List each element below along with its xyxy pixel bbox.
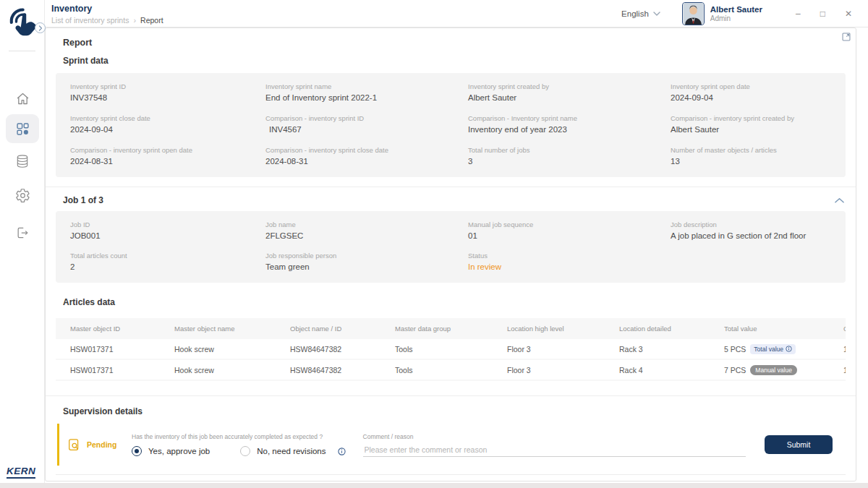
approve-all-jobs-button[interactable]: Approve all jobs & complete inventory sp… xyxy=(633,481,773,481)
complete-sprint-button[interactable]: Complete inventory sprint xyxy=(782,481,846,481)
field-value: End of Inventory sprint 2022-1 xyxy=(265,93,468,102)
field-label: Comparison - inventory sprint open date xyxy=(70,146,265,154)
field-job-name: Job name2FLGSEC xyxy=(265,221,468,240)
field-label: Job description xyxy=(671,221,831,228)
field-value: 3 xyxy=(468,157,671,166)
field-value: Inventory end of year 2023 xyxy=(468,125,671,134)
field-label: Number of master objects / articles xyxy=(671,146,831,154)
approval-radios: Yes, approve job No, need revisions xyxy=(132,446,346,456)
col-master-data-group: Master data group xyxy=(395,325,507,333)
sidebar-expand-toggle[interactable] xyxy=(35,22,46,33)
articles-table-header: Master object ID Master object name Obje… xyxy=(56,318,846,339)
field-value: 13 xyxy=(671,157,831,166)
col-object-name-id: Object name / ID xyxy=(290,325,395,333)
field-comparison-sprint-name: Comparison - Inventory sprint nameInvent… xyxy=(468,114,671,134)
avatar[interactable] xyxy=(682,2,705,25)
field-label: Manual job sequence xyxy=(468,221,671,228)
field-comparison-open-date: Comparison - inventory sprint open date2… xyxy=(70,146,265,166)
comment-input[interactable] xyxy=(363,443,746,457)
app-logo-touch-icon xyxy=(6,4,38,40)
field-master-objects-count: Number of master objects / articles13 xyxy=(671,146,831,166)
job-section-header[interactable]: Job 1 of 3 xyxy=(46,187,856,205)
cell-master-data-group: Tools xyxy=(395,345,507,354)
col-truncated: Con xyxy=(843,325,846,333)
supervision-heading: Supervision details xyxy=(63,406,838,416)
field-job-description: Job descriptionA job placed in G section… xyxy=(671,221,831,240)
field-job-id: Job IDJOB001 xyxy=(70,221,265,240)
radio-no-revisions[interactable]: No, need revisions xyxy=(240,446,345,456)
fullscreen-expand-icon[interactable] xyxy=(841,32,851,42)
col-total-value: Total value xyxy=(724,325,843,333)
total-value-qty: 7 PCS xyxy=(724,366,746,374)
field-sprint-close-date: Inventory sprint close date2024-09-04 xyxy=(70,114,265,134)
submit-button[interactable]: Submit xyxy=(765,435,833,454)
chevron-down-icon xyxy=(653,12,660,16)
cell-total-value: 5 PCS Total value xyxy=(724,344,843,354)
field-label: Comparison - Inventory sprint name xyxy=(468,114,671,122)
window-controls: – □ ✕ xyxy=(796,9,852,18)
cell-master-object-name: Hook screw xyxy=(174,366,290,374)
field-label: Job ID xyxy=(70,221,265,228)
topbar: Inventory List of inventory sprints › Re… xyxy=(45,0,868,27)
topbar-right: English Albert Sauter Admin – □ ✕ xyxy=(621,2,868,25)
col-location-detailed: Location detailed xyxy=(619,325,724,333)
radio-yes-approve[interactable]: Yes, approve job xyxy=(132,446,210,456)
badge-label: Total value xyxy=(754,346,783,353)
breadcrumb-parent[interactable]: List of inventory sprints xyxy=(51,16,129,25)
field-value: 2024-09-04 xyxy=(671,93,831,102)
bottom-strip xyxy=(0,483,868,488)
maximize-icon[interactable]: □ xyxy=(820,9,825,18)
radio-unselected-icon[interactable] xyxy=(240,446,250,456)
radio-no-label: No, need revisions xyxy=(257,447,326,455)
total-value-badge[interactable]: Total value xyxy=(750,344,796,354)
field-job-status: StatusIn review xyxy=(468,252,671,271)
table-row[interactable]: HSW017371 Hook screw HSW84647382 Tools F… xyxy=(56,339,846,360)
field-label: Inventory sprint close date xyxy=(70,114,265,122)
cell-object-name-id: HSW84647382 xyxy=(290,345,395,354)
sidebar-item-master-data[interactable] xyxy=(6,147,39,176)
field-value: Albert Sauter xyxy=(671,125,831,134)
field-inventory-sprint-id: Inventory sprint IDINV37548 xyxy=(70,82,265,102)
field-value: 2 xyxy=(70,262,265,271)
comment-label: Comment / reason xyxy=(363,433,746,440)
pending-label: Pending xyxy=(87,440,116,449)
sidebar-item-logout[interactable] xyxy=(6,218,39,247)
articles-data-heading: Articles data xyxy=(63,297,838,307)
page-title: Inventory xyxy=(51,4,163,14)
report-heading: Report xyxy=(63,38,838,48)
sidebar-item-settings[interactable] xyxy=(6,181,39,210)
cell-total-value: 7 PCS Manual value xyxy=(724,365,843,375)
field-label: Comparison - inventory sprint created by xyxy=(671,114,831,122)
report-panel: Report Sprint data Inventory sprint IDIN… xyxy=(45,27,856,481)
info-icon[interactable] xyxy=(338,448,346,455)
total-value-qty: 5 PCS xyxy=(724,345,746,354)
table-row[interactable]: HSW017371 Hook screw HSW84647382 Tools F… xyxy=(56,360,846,381)
job-heading: Job 1 of 3 xyxy=(63,195,103,205)
approval-block: Has the inventory of this job been accur… xyxy=(132,433,346,456)
sidebar-item-modules[interactable] xyxy=(6,114,39,143)
title-block: Inventory List of inventory sprints › Re… xyxy=(45,2,163,25)
sidebar-item-home[interactable] xyxy=(6,84,39,113)
field-comparison-sprint-id: Comparison - inventory sprint IDINV4567 xyxy=(265,114,468,134)
language-selector[interactable]: English xyxy=(621,9,660,18)
sidebar: KERN xyxy=(0,0,45,483)
chevron-up-icon[interactable] xyxy=(835,197,844,203)
close-icon[interactable]: ✕ xyxy=(845,9,852,18)
field-value: 2FLGSEC xyxy=(265,231,468,240)
field-label: Comparison - inventory sprint ID xyxy=(265,114,468,122)
field-label: Inventory sprint name xyxy=(265,82,468,90)
info-icon[interactable] xyxy=(786,346,792,352)
field-inventory-sprint-name: Inventory sprint nameEnd of Inventory sp… xyxy=(265,82,468,102)
field-manual-job-sequence: Manual job sequence01 xyxy=(468,221,671,240)
cell-object-name-id: HSW84647382 xyxy=(290,366,395,374)
database-icon xyxy=(15,154,30,168)
field-value: A job placed in G section of 2nd floor xyxy=(671,231,831,240)
radio-selected-icon[interactable] xyxy=(132,446,142,456)
field-job-responsible: Job responsible personTeam green xyxy=(265,252,468,271)
user-block[interactable]: Albert Sauter Admin xyxy=(710,5,762,22)
cell-location-high: Floor 3 xyxy=(507,366,619,374)
settings-gear-icon xyxy=(15,188,30,203)
cell-location-high: Floor 3 xyxy=(507,345,619,354)
field-value: INV37548 xyxy=(70,93,265,102)
minimize-icon[interactable]: – xyxy=(796,9,801,18)
